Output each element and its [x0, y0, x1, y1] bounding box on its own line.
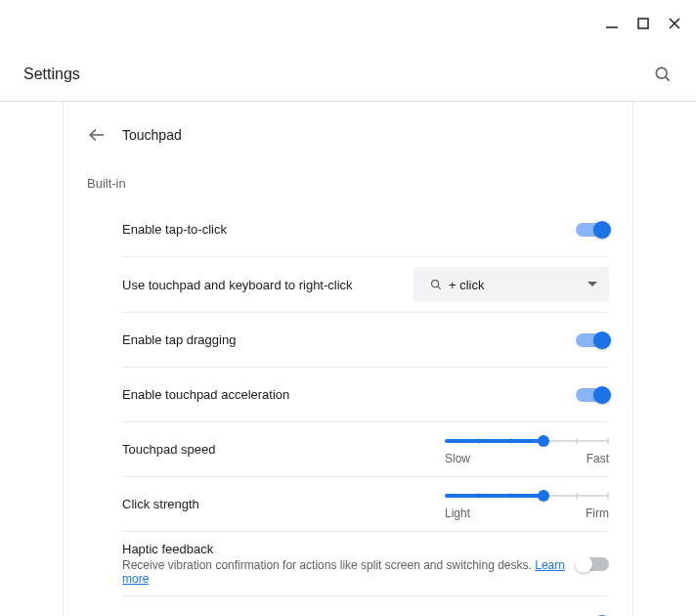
slider-thumb[interactable]	[538, 435, 549, 447]
toggle-tap-dragging[interactable]	[576, 333, 609, 347]
slider-max-label: Fast	[587, 452, 609, 465]
close-icon	[668, 17, 681, 30]
panel-header: Touchpad	[87, 125, 609, 145]
slider-max-label: Firm	[586, 506, 609, 520]
row-subtext: Receive vibration confirmation for actio…	[122, 558, 577, 586]
window-minimize-button[interactable]	[602, 14, 622, 33]
page-title: Touchpad	[122, 127, 182, 143]
section-label: Built-in	[87, 176, 609, 191]
row-label: Enable tap dragging	[122, 332, 236, 347]
slider-track	[445, 489, 609, 503]
svg-line-5	[666, 76, 670, 80]
row-label: Haptic feedback	[122, 542, 577, 556]
row-tap-dragging: Enable tap dragging	[122, 313, 609, 368]
row-label: Use touchpad and keyboard to right-click	[122, 278, 353, 292]
svg-rect-1	[638, 19, 648, 28]
row-label: Enable tap-to-click	[122, 222, 227, 237]
settings-panel: Touchpad Built-in Enable tap-to-click Us…	[63, 102, 633, 616]
row-tap-to-click: Enable tap-to-click	[122, 202, 609, 257]
toggle-haptic[interactable]	[577, 557, 609, 571]
row-click-strength: Click strength Light Firm	[122, 477, 609, 532]
row-label: Click strength	[122, 497, 199, 511]
row-reverse-scrolling: Enable reverse scrolling. Learn more	[122, 596, 609, 616]
row-text: Haptic feedback Receive vibration confir…	[122, 542, 577, 586]
slider-touchpad-speed[interactable]: Slow Fast	[445, 434, 609, 465]
dropdown-text: + click	[449, 278, 484, 292]
app-header: Settings	[0, 47, 696, 102]
arrow-left-icon	[87, 125, 107, 145]
slider-labels: Light Firm	[445, 506, 609, 520]
slider-labels: Slow Fast	[445, 452, 609, 465]
row-touchpad-speed: Touchpad speed Slow Fast	[122, 422, 609, 477]
minimize-icon	[605, 17, 619, 30]
chevron-down-icon	[587, 282, 597, 287]
search-key-icon	[429, 278, 443, 291]
slider-track	[445, 434, 609, 448]
settings-rows: Enable tap-to-click Use touchpad and key…	[122, 202, 609, 616]
svg-line-8	[438, 286, 441, 289]
dropdown-value: + click	[429, 278, 484, 292]
toggle-knob	[593, 221, 611, 239]
toggle-knob	[593, 386, 611, 404]
svg-point-4	[656, 67, 667, 78]
slider-click-strength[interactable]: Light Firm	[445, 489, 609, 520]
svg-point-7	[432, 281, 439, 287]
row-haptic-feedback: Haptic feedback Receive vibration confir…	[122, 532, 609, 596]
maximize-icon	[637, 18, 649, 29]
row-acceleration: Enable touchpad acceleration	[122, 368, 609, 422]
search-icon	[653, 65, 673, 84]
row-label: Enable touchpad acceleration	[122, 387, 289, 402]
toggle-tap-to-click[interactable]	[576, 223, 609, 237]
slider-min-label: Light	[445, 506, 470, 520]
row-label: Touchpad speed	[122, 442, 215, 457]
back-button[interactable]	[87, 125, 107, 145]
window-controls	[602, 0, 696, 47]
toggle-knob	[575, 555, 592, 573]
slider-min-label: Slow	[445, 452, 470, 465]
slider-thumb[interactable]	[538, 490, 549, 502]
row-right-click: Use touchpad and keyboard to right-click…	[122, 257, 609, 313]
search-button[interactable]	[653, 65, 673, 84]
window-maximize-button[interactable]	[633, 14, 653, 33]
window-close-button[interactable]	[665, 14, 684, 33]
row-sub-label: Receive vibration confirmation for actio…	[122, 558, 532, 572]
right-click-dropdown[interactable]: + click	[413, 267, 609, 302]
app-title: Settings	[23, 66, 80, 83]
toggle-acceleration[interactable]	[576, 388, 609, 402]
toggle-knob	[593, 331, 611, 349]
